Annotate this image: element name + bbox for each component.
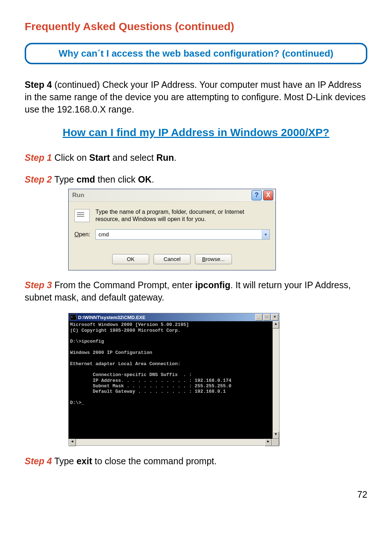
cmd-output: Microsoft Windows 2000 [Version 5.00.219… (69, 321, 273, 439)
cancel-button[interactable]: Cancel (154, 254, 191, 264)
ok-button[interactable]: OK (112, 254, 149, 264)
run-title: Run (72, 192, 250, 199)
scroll-left-icon[interactable]: ◄ (69, 439, 76, 446)
scroll-up-icon[interactable]: ▲ (273, 321, 279, 328)
scroll-track[interactable] (273, 328, 279, 432)
horizontal-scrollbar[interactable]: ◄ ► (69, 439, 279, 445)
document-page: Frequently Asked Questions (continued) W… (0, 0, 392, 514)
step-label: Step 4 (25, 456, 52, 466)
step2-text: Step 2 Type cmd then click OK. (25, 174, 367, 186)
run-titlebar: Run ? X (69, 189, 275, 202)
close-button[interactable]: × (271, 314, 278, 321)
chevron-down-icon[interactable]: ▾ (262, 230, 269, 239)
step-label: Step 1 (25, 152, 52, 163)
step1-text: Step 1 Click on Start and select Run. (25, 152, 367, 164)
vertical-scrollbar[interactable]: ▲ ▼ (273, 321, 279, 439)
maximize-button[interactable]: □ (263, 314, 270, 321)
resize-grip[interactable] (272, 439, 279, 446)
open-label: Open: (74, 231, 90, 238)
faq-title: Frequently Asked Questions (continued) (25, 20, 367, 33)
scroll-track[interactable] (76, 439, 265, 445)
open-combobox[interactable]: ▾ (95, 229, 270, 240)
run-description: Type the name of a program, folder, docu… (95, 208, 270, 223)
run-dialog: Run ? X Type the name of a program, fold… (68, 189, 276, 270)
close-button[interactable]: X (263, 190, 273, 200)
step-label: Step 2 (25, 174, 52, 184)
run-icon (74, 209, 90, 222)
step4-text: Step 4 Type exit to close the command pr… (25, 455, 367, 468)
step-label: Step 3 (25, 280, 52, 290)
scroll-right-icon[interactable]: ► (265, 439, 272, 446)
cmd-title: D:\WINNT\system32\CMD.EXE (78, 315, 254, 320)
step-label: Step 4 (25, 79, 52, 90)
help-button[interactable]: ? (252, 190, 262, 200)
section-title: How can I find my IP Address in Windows … (25, 126, 367, 139)
scroll-down-icon[interactable]: ▼ (273, 432, 279, 439)
page-number: 72 (25, 489, 367, 500)
step-cont: (continued) (52, 79, 100, 90)
step4-top-text: Step 4 (continued) Check your IP Address… (25, 79, 367, 115)
browse-button[interactable]: Browse... (195, 254, 232, 264)
cmd-window: C:\ D:\WINNT\system32\CMD.EXE _ □ × Micr… (68, 313, 279, 446)
question-box: Why can´t I access the web based configu… (25, 43, 367, 64)
open-input[interactable] (96, 230, 262, 239)
cmd-titlebar: C:\ D:\WINNT\system32\CMD.EXE _ □ × (69, 313, 279, 321)
question-box-text: Why can´t I access the web based configu… (59, 48, 334, 59)
run-body: Type the name of a program, folder, docu… (69, 202, 275, 270)
step3-text: Step 3 From the Command Prompt, enter ip… (25, 279, 367, 304)
minimize-button[interactable]: _ (255, 314, 262, 321)
cmd-icon: C:\ (70, 314, 77, 320)
